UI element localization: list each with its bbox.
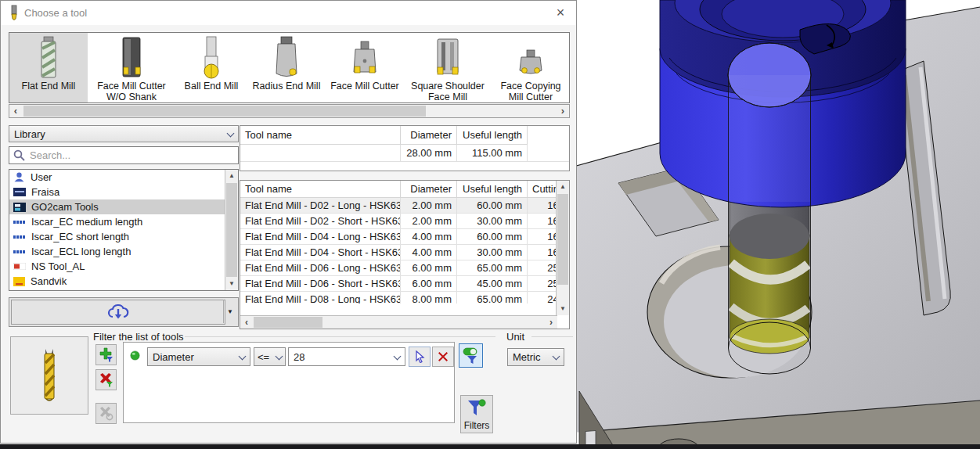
column-header[interactable]: Diameter xyxy=(401,126,457,145)
table-row[interactable]: Flat End Mill - D08 - Long - HSK63 8.00 … xyxy=(240,292,557,304)
chevron-down-icon xyxy=(239,352,247,360)
window-bottom-edge xyxy=(0,444,980,449)
library-item-iscar-ec-short[interactable]: Iscar_EC short length xyxy=(9,229,238,244)
tool-type-strip: Flat End Mill Face Mill Cutter W/O Shank… xyxy=(9,32,570,103)
face-copying-mill-cutter-icon xyxy=(515,33,546,80)
scrollbar-thumb[interactable] xyxy=(226,183,237,277)
filters-button[interactable]: Filters xyxy=(460,395,493,433)
filter-enable-toggle-button[interactable] xyxy=(459,343,483,368)
scroll-left-icon[interactable]: ‹ xyxy=(240,316,253,329)
chevron-down-icon xyxy=(276,352,283,360)
tools-table-vscrollbar[interactable]: ▲ ▼ xyxy=(556,181,569,315)
chevron-down-icon xyxy=(394,352,402,360)
dialog-title: Choose a tool xyxy=(24,7,87,19)
search-input[interactable]: Search... xyxy=(9,146,239,164)
column-header[interactable]: Tool name xyxy=(240,181,401,198)
tool-type-face-mill-cutter[interactable]: Face Mill Cutter xyxy=(326,33,404,102)
table-row[interactable]: Flat End Mill - D04 - Long - HSK63 4.00 … xyxy=(240,229,557,245)
column-header[interactable]: Useful length xyxy=(457,126,528,145)
tool-holder xyxy=(660,0,906,207)
groupbox-line xyxy=(531,336,573,337)
tool-type-face-mill-wo-shank[interactable]: Face Mill Cutter W/O Shank xyxy=(88,33,175,102)
column-header[interactable]: Diameter xyxy=(401,181,457,198)
chevron-down-icon xyxy=(553,353,560,361)
scroll-down-icon[interactable]: ▼ xyxy=(557,303,569,315)
close-icon[interactable]: × xyxy=(551,4,570,23)
tool-type-square-shoulder-face-mill[interactable]: Square Shoulder Face Mill xyxy=(404,33,492,102)
pick-value-button[interactable] xyxy=(409,347,431,367)
library-item-user[interactable]: User xyxy=(9,170,238,185)
library-selector-value: Library xyxy=(14,128,45,140)
iscar-logo xyxy=(13,219,26,225)
search-icon xyxy=(13,149,25,161)
add-filter-button[interactable] xyxy=(95,344,117,365)
tool-type-label: Face Mill Cutter W/O Shank xyxy=(97,81,166,102)
delete-filter-row-button[interactable] xyxy=(432,347,454,367)
scroll-right-icon[interactable]: › xyxy=(557,105,569,117)
radius-end-mill-icon xyxy=(271,33,302,80)
library-list: User Fraisa GO2cam Tools Iscar_EC medium… xyxy=(9,169,239,291)
column-header[interactable]: Useful length xyxy=(457,181,528,198)
library-item-iscar-ec-medium[interactable]: Iscar_EC medium length xyxy=(9,214,238,229)
library-item-sandvik[interactable]: Sandvik xyxy=(9,274,238,289)
tool-type-label: Face Mill Cutter xyxy=(330,81,399,92)
download-library-button[interactable] xyxy=(11,300,225,325)
remove-filter-button[interactable] xyxy=(95,369,117,390)
add-filter-icon xyxy=(99,347,113,362)
current-tool-diameter: 28.00 mm xyxy=(401,145,457,161)
groupbox-line xyxy=(185,336,495,337)
tools-table-hscrollbar[interactable]: ‹ › xyxy=(240,315,557,329)
current-tool-useful-length: 115.00 mm xyxy=(457,145,528,161)
filter-value-combobox[interactable]: 28 xyxy=(288,347,405,366)
table-row[interactable]: Flat End Mill - D04 - Short - HSK63 4.00… xyxy=(240,245,557,260)
unit-select[interactable]: Metric xyxy=(507,348,564,366)
library-item-iscar-ecl-long[interactable]: Iscar_ECL long length xyxy=(9,244,238,259)
scroll-right-icon[interactable]: › xyxy=(545,316,557,329)
tool-type-radius-end-mill[interactable]: Radius End Mill xyxy=(247,33,326,102)
scrollbar-thumb[interactable] xyxy=(254,317,322,328)
filters-button-label: Filters xyxy=(461,420,492,431)
library-list-scrollbar[interactable]: ▲ ▼ xyxy=(225,170,238,290)
tools-table: Tool name Diameter Useful length Cutting… xyxy=(240,180,570,329)
library-item-ns-tool-al[interactable]: NS Tool_AL xyxy=(9,259,238,274)
filter-operator-select[interactable]: <= xyxy=(254,347,286,366)
column-header[interactable]: Tool name xyxy=(240,126,401,145)
end-mill-window-icon xyxy=(8,5,20,22)
ball-end-mill-icon xyxy=(199,33,224,80)
clear-filters-button-disabled[interactable] xyxy=(95,403,117,424)
gold-end-mill-preview-icon xyxy=(36,347,63,404)
current-tool-name xyxy=(240,145,401,161)
scrollbar-thumb[interactable] xyxy=(23,106,426,117)
scroll-down-icon[interactable]: ▼ xyxy=(225,278,238,290)
table-row[interactable]: Flat End Mill - D02 - Long - HSK63 2.00 … xyxy=(240,198,557,214)
download-library-split-button: ▼ xyxy=(9,297,239,327)
tool-preview-panel xyxy=(10,336,88,415)
current-tool-table: Tool name Diameter Useful length 28.00 m… xyxy=(240,125,570,171)
library-item-fraisa[interactable]: Fraisa xyxy=(9,185,238,199)
tool-type-ball-end-mill[interactable]: Ball End Mill xyxy=(175,33,247,102)
fraisa-logo xyxy=(13,188,26,196)
filter-active-indicator xyxy=(130,350,140,361)
tool-type-flat-end-mill[interactable]: Flat End Mill xyxy=(9,33,88,102)
table-row[interactable]: Flat End Mill - D06 - Long - HSK63 6.00 … xyxy=(240,260,557,276)
red-x-icon xyxy=(438,351,449,362)
chevron-down-icon xyxy=(227,129,235,137)
scroll-up-icon[interactable]: ▲ xyxy=(225,170,238,182)
download-dropdown-icon[interactable]: ▼ xyxy=(223,300,236,323)
column-header[interactable]: Cutting xyxy=(528,181,557,198)
tool-type-face-copying-mill-cutter[interactable]: Face Copying Mill Cutter xyxy=(492,33,570,102)
scroll-left-icon[interactable]: ‹ xyxy=(9,105,22,117)
table-row[interactable]: Flat End Mill - D06 - Short - HSK63 6.00… xyxy=(240,276,557,292)
library-item-go2cam-tools[interactable]: GO2cam Tools xyxy=(9,199,238,214)
filter-field-select[interactable]: Diameter xyxy=(147,347,250,366)
table-row[interactable]: Flat End Mill - D02 - Short - HSK63 2.00… xyxy=(240,214,557,229)
scrollbar-thumb[interactable] xyxy=(557,194,568,285)
dialog-titlebar[interactable]: Choose a tool × xyxy=(1,1,576,25)
scroll-up-icon[interactable]: ▲ xyxy=(557,181,569,193)
clear-filters-icon xyxy=(99,406,113,421)
flat-end-mill-icon xyxy=(35,33,62,80)
face-mill-cutter-icon xyxy=(349,33,380,80)
tool-strip-scrollbar[interactable]: ‹ › xyxy=(9,104,570,118)
cloud-download-icon xyxy=(106,303,130,321)
library-selector[interactable]: Library xyxy=(9,125,239,142)
